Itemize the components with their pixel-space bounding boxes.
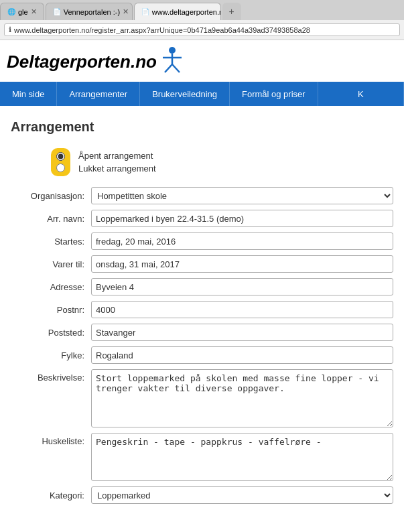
site-logo[interactable]: Deltagerporten.no	[7, 46, 185, 78]
tab-3-label: www.deltagerporten.no/...	[152, 8, 221, 16]
radio-closed-label: Lukket arrangement	[78, 163, 156, 174]
nav-item-arrangementer[interactable]: Arrangementer	[57, 82, 140, 106]
arr-navn-input[interactable]	[91, 210, 393, 227]
form-row-poststed: Poststed:	[11, 324, 393, 341]
beskrivelse-textarea[interactable]: Stort loppemarked på skolen med masse fi…	[91, 369, 393, 427]
form-row-kategori: Kategori: Loppemarked Sport Festival Kon…	[11, 486, 393, 504]
nav-item-more[interactable]: K	[318, 82, 404, 106]
tab-3-icon: 📄	[141, 8, 149, 15]
beskrivelse-label: Beskrivelse:	[11, 369, 91, 383]
tab-2-icon: 📄	[53, 8, 61, 15]
tabs-bar: 🌐 gle ✕ 📄 Venneportalen :-) ✕ 📄 www.delt…	[0, 0, 404, 20]
tab-1-close[interactable]: ✕	[31, 7, 37, 16]
adresse-label: Adresse:	[11, 282, 91, 292]
poststed-label: Poststed:	[11, 328, 91, 338]
varer-til-label: Varer til:	[11, 259, 91, 269]
tab-3[interactable]: 📄 www.deltagerporten.no/... ✕	[134, 3, 221, 20]
form-row-varer-til: Varer til:	[11, 255, 393, 273]
radio-open-option[interactable]	[56, 152, 65, 161]
nav-arrangementer-label: Arrangementer	[69, 89, 127, 99]
svg-point-0	[169, 47, 176, 54]
nav-min-side-label: Min side	[12, 89, 44, 99]
form-section: Åpent arrangement Lukket arrangement Org…	[11, 148, 393, 504]
browser-chrome: 🌐 gle ✕ 📄 Venneportalen :-) ✕ 📄 www.delt…	[0, 0, 404, 40]
nav-more-label: K	[358, 89, 364, 99]
radio-closed-input[interactable]	[56, 163, 65, 172]
startes-label: Startes:	[11, 237, 91, 247]
postnr-label: Postnr:	[11, 305, 91, 315]
form-row-organisasjon: Organisasjon: Hompetitten skole	[11, 187, 393, 204]
poststed-input[interactable]	[91, 324, 393, 341]
tab-2-close[interactable]: ✕	[123, 7, 129, 16]
radio-open-input[interactable]	[56, 152, 65, 161]
tab-1-icon: 🌐	[7, 8, 15, 15]
nav-item-min-side[interactable]: Min side	[0, 82, 57, 106]
tab-2-label: Venneportalen :-)	[64, 8, 120, 16]
address-bar-row: ℹ www.deltagerporten.no/register_arr.asp…	[0, 20, 404, 40]
radio-group: Åpent arrangement Lukket arrangement	[51, 148, 393, 176]
kategori-label: Kategori:	[11, 490, 91, 501]
address-text: www.deltagerporten.no/register_arr.aspx?…	[14, 26, 310, 34]
radio-open-label: Åpent arrangement	[78, 151, 156, 161]
radio-labels: Åpent arrangement Lukket arrangement	[78, 151, 156, 174]
radio-closed-option[interactable]	[56, 163, 65, 172]
fylke-input[interactable]	[91, 346, 393, 364]
arr-navn-label: Arr. navn:	[11, 214, 91, 224]
svg-line-4	[172, 64, 180, 72]
adresse-input[interactable]	[91, 278, 393, 295]
tab-2[interactable]: 📄 Venneportalen :-) ✕	[46, 3, 133, 20]
form-row-fylke: Fylke:	[11, 346, 393, 364]
site-header: Deltagerporten.no	[0, 40, 404, 82]
svg-line-3	[165, 64, 172, 72]
form-row-beskrivelse: Beskrivelse: Stort loppemarked på skolen…	[11, 369, 393, 427]
varer-til-input[interactable]	[91, 255, 393, 273]
main-content: Arrangement Åpent arrangement Lukket arr…	[0, 106, 404, 523]
new-tab-button[interactable]: +	[222, 3, 241, 20]
nav-bar: Min side Arrangementer Brukerveiledning …	[0, 82, 404, 106]
nav-formal-og-priser-label: Formål og priser	[242, 89, 306, 99]
form-row-startes: Startes:	[11, 232, 393, 250]
logo-text: Deltagerporten.no	[7, 52, 157, 72]
organisasjon-label: Organisasjon:	[11, 191, 91, 201]
organisasjon-select[interactable]: Hompetitten skole	[91, 187, 393, 204]
page-title: Arrangement	[11, 119, 393, 135]
huskeliste-label: Huskeliste:	[11, 433, 91, 446]
fylke-label: Fylke:	[11, 350, 91, 360]
postnr-input[interactable]	[91, 301, 393, 318]
form-row-postnr: Postnr:	[11, 301, 393, 318]
radio-box	[51, 148, 70, 176]
huskeliste-textarea[interactable]: Pengeskrin - tape - pappkrus - vaffelrør…	[91, 433, 393, 481]
logo-figure-icon	[159, 46, 185, 78]
form-row-huskeliste: Huskeliste: Pengeskrin - tape - pappkrus…	[11, 433, 393, 481]
nav-item-brukerveiledning[interactable]: Brukerveiledning	[140, 82, 230, 106]
tab-1[interactable]: 🌐 gle ✕	[0, 3, 44, 20]
tab-1-label: gle	[18, 8, 28, 16]
kategori-select[interactable]: Loppemarked Sport Festival Konsert Møte …	[91, 486, 393, 504]
nav-brukerveiledning-label: Brukerveiledning	[152, 89, 217, 99]
form-row-adresse: Adresse:	[11, 278, 393, 295]
lock-icon: ℹ	[9, 25, 11, 34]
form-row-arr-navn: Arr. navn:	[11, 210, 393, 227]
address-bar[interactable]: ℹ www.deltagerporten.no/register_arr.asp…	[4, 23, 400, 36]
startes-input[interactable]	[91, 232, 393, 250]
nav-item-formal-og-priser[interactable]: Formål og priser	[230, 82, 318, 106]
